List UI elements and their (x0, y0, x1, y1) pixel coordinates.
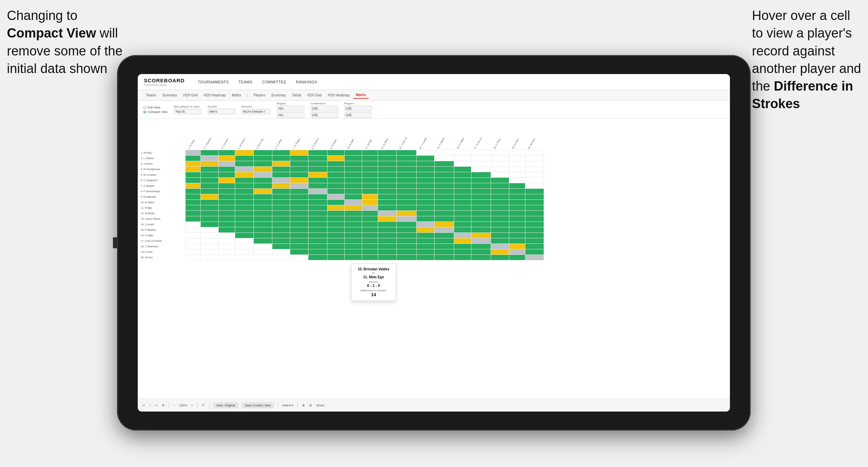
view-original-button[interactable]: View: Original (213, 403, 238, 408)
matrix-cell[interactable] (327, 166, 344, 172)
matrix-cell[interactable] (253, 155, 272, 161)
matrix-cell[interactable] (434, 172, 454, 177)
matrix-cell[interactable] (378, 249, 397, 255)
matrix-cell[interactable] (272, 199, 290, 205)
matrix-cell[interactable] (253, 243, 272, 249)
matrix-cell[interactable] (454, 199, 471, 205)
matrix-cell[interactable] (272, 155, 290, 161)
matrix-cell[interactable] (509, 243, 525, 249)
matrix-cell[interactable] (454, 216, 471, 221)
redo-button[interactable]: ↪ (155, 404, 158, 407)
matrix-cell[interactable] (272, 210, 290, 216)
matrix-cell[interactable] (378, 210, 397, 216)
matrix-cell[interactable] (308, 249, 327, 255)
matrix-cell[interactable] (201, 150, 219, 155)
matrix-cell[interactable] (201, 188, 219, 194)
matrix-cell[interactable] (235, 188, 254, 194)
matrix-cell[interactable] (290, 199, 308, 205)
matrix-cell[interactable] (396, 216, 416, 221)
matrix-cell[interactable] (235, 238, 254, 243)
matrix-cell[interactable] (509, 232, 525, 238)
players-select2[interactable]: (All) (344, 112, 372, 118)
matrix-cell[interactable] (362, 221, 378, 227)
matrix-cell[interactable] (185, 177, 201, 183)
matrix-cell[interactable] (327, 183, 344, 188)
matrix-cell[interactable] (362, 161, 378, 166)
matrix-cell[interactable] (218, 232, 235, 238)
matrix-cell[interactable] (509, 194, 525, 199)
matrix-cell[interactable] (362, 243, 378, 249)
matrix-cell[interactable] (235, 205, 254, 210)
matrix-cell[interactable] (308, 243, 327, 249)
matrix-cell[interactable] (378, 205, 397, 210)
matrix-cell[interactable] (525, 161, 544, 166)
matrix-cell[interactable] (272, 205, 290, 210)
matrix-cell[interactable] (396, 255, 416, 260)
matrix-cell[interactable] (454, 221, 471, 227)
tab-summary2[interactable]: Summary (269, 92, 289, 98)
matrix-cell[interactable] (253, 249, 272, 255)
matrix-cell[interactable] (416, 177, 434, 183)
matrix-cell[interactable] (491, 183, 509, 188)
matrix-cell[interactable] (290, 172, 308, 177)
matrix-cell[interactable] (272, 194, 290, 199)
matrix-cell[interactable] (185, 255, 201, 260)
matrix-cell[interactable] (509, 183, 525, 188)
matrix-cell[interactable] (396, 172, 416, 177)
matrix-cell[interactable] (201, 249, 219, 255)
matrix-cell[interactable] (491, 199, 509, 205)
matrix-cell[interactable] (471, 205, 491, 210)
matrix-cell[interactable] (344, 161, 362, 166)
matrix-cell[interactable] (416, 249, 434, 255)
tab-h2h-grid[interactable]: H2H Grid (180, 92, 200, 98)
matrix-cell[interactable] (253, 150, 272, 155)
matrix-cell[interactable] (396, 243, 416, 249)
matrix-cell[interactable] (491, 249, 509, 255)
matrix-cell[interactable] (491, 194, 509, 199)
conference-select2[interactable]: (All) (311, 112, 338, 118)
matrix-cell[interactable] (396, 155, 416, 161)
matrix-cell[interactable] (378, 177, 397, 183)
matrix-cell[interactable] (272, 249, 290, 255)
matrix-cell[interactable] (185, 249, 201, 255)
matrix-cell[interactable] (416, 238, 434, 243)
matrix-cell[interactable] (308, 172, 327, 177)
matrix-cell[interactable] (434, 194, 454, 199)
matrix-cell[interactable] (201, 172, 219, 177)
matrix-cell[interactable] (434, 161, 454, 166)
matrix-cell[interactable] (308, 188, 327, 194)
matrix-cell[interactable] (308, 177, 327, 183)
matrix-cell[interactable] (185, 199, 201, 205)
matrix-cell[interactable] (235, 232, 254, 238)
matrix-cell[interactable] (327, 227, 344, 232)
matrix-cell[interactable] (509, 216, 525, 221)
matrix-cell[interactable] (290, 255, 308, 260)
matrix-cell[interactable] (416, 150, 434, 155)
matrix-cell[interactable] (272, 188, 290, 194)
matrix-cell[interactable] (308, 216, 327, 221)
matrix-cell[interactable] (201, 221, 219, 227)
matrix-cell[interactable] (327, 199, 344, 205)
matrix-cell[interactable] (491, 172, 509, 177)
matrix-cell[interactable] (272, 183, 290, 188)
zoom-in-button[interactable]: + (191, 404, 193, 407)
matrix-cell[interactable] (327, 255, 344, 260)
matrix-cell[interactable] (471, 249, 491, 255)
matrix-cell[interactable] (344, 155, 362, 161)
matrix-cell[interactable] (396, 183, 416, 188)
matrix-cell[interactable] (185, 166, 201, 172)
matrix-cell[interactable] (525, 150, 544, 155)
matrix-cell[interactable] (344, 221, 362, 227)
matrix-cell[interactable] (378, 166, 397, 172)
matrix-cell[interactable] (253, 227, 272, 232)
matrix-cell[interactable] (434, 205, 454, 210)
matrix-cell[interactable] (272, 166, 290, 172)
matrix-cell[interactable] (378, 150, 397, 155)
matrix-cell[interactable] (308, 238, 327, 243)
matrix-cell[interactable] (509, 155, 525, 161)
matrix-cell[interactable] (434, 232, 454, 238)
matrix-cell[interactable] (218, 221, 235, 227)
matrix-cell[interactable] (218, 243, 235, 249)
matrix-cell[interactable] (308, 199, 327, 205)
matrix-cell[interactable] (253, 210, 272, 216)
